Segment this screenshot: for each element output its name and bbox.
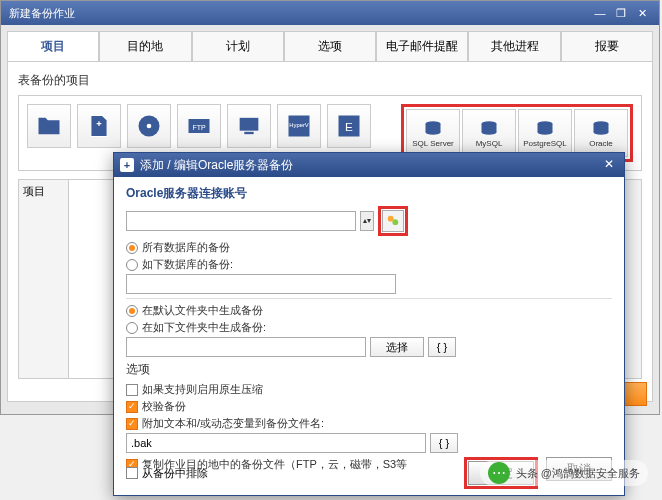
svg-point-1 bbox=[147, 124, 152, 129]
close-icon[interactable]: ✕ bbox=[633, 7, 651, 20]
account-edit-icon[interactable] bbox=[382, 210, 404, 232]
grid-header-items: 项目 bbox=[19, 180, 69, 378]
main-title: 新建备份作业 bbox=[9, 6, 75, 21]
db-mysql-button[interactable]: MySQL bbox=[462, 109, 516, 157]
tab-other[interactable]: 其他进程 bbox=[468, 31, 560, 61]
tab-destination[interactable]: 目的地 bbox=[99, 31, 191, 61]
dialog-titlebar: + 添加 / 编辑Oracle服务器备份 ✕ bbox=[114, 153, 624, 177]
radio-all-databases[interactable] bbox=[126, 242, 138, 254]
device-icon[interactable] bbox=[227, 104, 271, 148]
watermark-text: 头条 @鸿鹄数据安全服务 bbox=[516, 466, 640, 481]
dialog-close-icon[interactable]: ✕ bbox=[600, 157, 618, 173]
folder-icon[interactable] bbox=[27, 104, 71, 148]
svg-text:FTP: FTP bbox=[192, 124, 206, 131]
radio-default-folder-label: 在默认文件夹中生成备份 bbox=[142, 303, 263, 318]
window-controls: — ❐ ✕ bbox=[591, 7, 651, 20]
account-edit-highlight bbox=[378, 206, 408, 236]
db-sqlserver-button[interactable]: SQL Server bbox=[406, 109, 460, 157]
svg-rect-5 bbox=[244, 132, 253, 134]
tab-items[interactable]: 项目 bbox=[7, 31, 99, 61]
radio-selected-databases-label: 如下数据库的备份: bbox=[142, 257, 233, 272]
disk-icon[interactable] bbox=[127, 104, 171, 148]
extension-input[interactable] bbox=[126, 433, 426, 453]
ext-vars-button[interactable]: { } bbox=[430, 433, 458, 453]
add-file-icon[interactable] bbox=[77, 104, 121, 148]
radio-selected-databases[interactable] bbox=[126, 259, 138, 271]
chk-append-text-label: 附加文本和/或动态变量到备份文件名: bbox=[142, 416, 324, 431]
svg-point-12 bbox=[426, 129, 441, 134]
chk-append-text[interactable] bbox=[126, 418, 138, 430]
chk-compress-label: 如果支持则启用原生压缩 bbox=[142, 382, 263, 397]
account-input[interactable] bbox=[126, 211, 356, 231]
radio-all-databases-label: 所有数据库的备份 bbox=[142, 240, 230, 255]
svg-point-23 bbox=[392, 219, 398, 225]
account-spinner[interactable]: ▴▾ bbox=[360, 211, 374, 231]
maximize-icon[interactable]: ❐ bbox=[612, 7, 630, 20]
svg-point-18 bbox=[538, 129, 553, 134]
svg-point-22 bbox=[388, 216, 394, 222]
svg-rect-4 bbox=[240, 118, 259, 131]
chk-verify-label: 校验备份 bbox=[142, 399, 186, 414]
radio-custom-folder-label: 在如下文件夹中生成备份: bbox=[142, 320, 266, 335]
vars-button[interactable]: { } bbox=[428, 337, 456, 357]
svg-point-15 bbox=[482, 129, 497, 134]
hyperv-icon[interactable]: HyperV bbox=[277, 104, 321, 148]
exchange-icon[interactable]: E bbox=[327, 104, 371, 148]
tab-options[interactable]: 选项 bbox=[284, 31, 376, 61]
account-label: Oracle服务器连接账号 bbox=[126, 185, 612, 202]
minimize-icon[interactable]: — bbox=[591, 7, 609, 19]
chk-verify[interactable] bbox=[126, 401, 138, 413]
svg-point-21 bbox=[594, 129, 609, 134]
main-tabs: 项目 目的地 计划 选项 电子邮件提醒 其他进程 报要 bbox=[7, 31, 653, 62]
chk-exclude[interactable] bbox=[126, 467, 138, 479]
browse-button[interactable]: 选择 bbox=[370, 337, 424, 357]
db-oracle-button[interactable]: Oracle bbox=[574, 109, 628, 157]
folder-input[interactable] bbox=[126, 337, 366, 357]
options-label: 选项 bbox=[126, 361, 612, 378]
oracle-backup-dialog: + 添加 / 编辑Oracle服务器备份 ✕ Oracle服务器连接账号 ▴▾ … bbox=[113, 152, 625, 496]
main-titlebar: 新建备份作业 — ❐ ✕ bbox=[1, 1, 659, 25]
dialog-body: Oracle服务器连接账号 ▴▾ 所有数据库的备份 如下数据库的备份: 在默认文… bbox=[114, 177, 624, 482]
db-postgresql-button[interactable]: PostgreSQL bbox=[518, 109, 572, 157]
tab-summary[interactable]: 报要 bbox=[561, 31, 653, 61]
tab-schedule[interactable]: 计划 bbox=[192, 31, 284, 61]
tab-email[interactable]: 电子邮件提醒 bbox=[376, 31, 468, 61]
svg-text:HyperV: HyperV bbox=[289, 122, 309, 128]
chk-exclude-label: 从备份中排除 bbox=[142, 466, 208, 481]
chk-compress[interactable] bbox=[126, 384, 138, 396]
ftp-icon[interactable]: FTP bbox=[177, 104, 221, 148]
databases-input[interactable] bbox=[126, 274, 396, 294]
radio-default-folder[interactable] bbox=[126, 305, 138, 317]
section-label: 表备份的项目 bbox=[18, 72, 642, 89]
watermark: ⋯ 头条 @鸿鹄数据安全服务 bbox=[480, 460, 648, 486]
dialog-title: 添加 / 编辑Oracle服务器备份 bbox=[140, 157, 293, 174]
wechat-icon: ⋯ bbox=[488, 462, 510, 484]
radio-custom-folder[interactable] bbox=[126, 322, 138, 334]
svg-text:E: E bbox=[345, 120, 353, 133]
dialog-add-icon: + bbox=[120, 158, 134, 172]
